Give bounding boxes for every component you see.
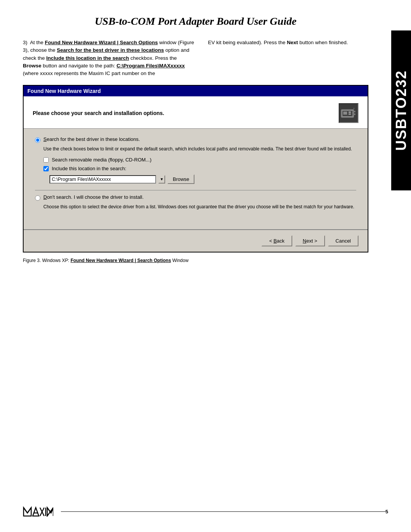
checkbox-include-location-row: Include this location in the search: [43,166,356,171]
path-dropdown-arrow[interactable]: ▼ [158,175,165,184]
svg-rect-4 [349,113,351,115]
second-option-area: Don't search. I will choose the driver t… [35,190,356,210]
path-input-field[interactable] [49,175,156,184]
maxim-logo-row: 5 [23,506,388,517]
radio-option-1: Search for the best driver in these loca… [35,136,356,143]
svg-line-9 [24,508,27,513]
checkbox-removable-media[interactable] [43,157,49,163]
wizard-header: Please choose your search and installati… [24,96,368,129]
path-input-row: ▼ Browse [49,174,356,184]
next-button[interactable]: Next > [295,235,325,246]
search-subtext: Use the check boxes below to limit or ex… [43,146,356,152]
radio-search-best[interactable] [35,137,40,143]
svg-rect-6 [352,113,355,115]
wizard-titlebar: Found New Hardware Wizard [24,86,368,96]
figure-caption: Figure 3. Windows XP: Found New Hardware… [23,258,368,263]
wizard-dialog: Found New Hardware Wizard Please choose … [23,85,368,252]
browse-button[interactable]: Browse [167,174,194,184]
checkbox-include-location[interactable] [43,166,49,171]
wizard-content: Search for the best driver in these loca… [24,129,368,229]
radio-option-2: Don't search. I will choose the driver t… [35,194,356,201]
svg-rect-5 [352,111,355,112]
footer-line [61,511,386,512]
intro-text-area: 3) At the Found New Hardware Wizard | Se… [23,39,368,77]
hardware-icon [339,104,358,122]
back-button[interactable]: < Back [261,235,292,246]
radio2-label: Don't search. I will choose the driver t… [43,194,143,200]
wizard-footer: < Back Next > Cancel [24,229,368,252]
radio-dont-search[interactable] [35,195,40,201]
wizard-header-text: Please choose your search and installati… [33,110,164,116]
page-title: USB-to-COM Port Adapter Board User Guide [23,15,368,27]
svg-marker-11 [33,508,39,516]
checkbox-removable-media-row: Search removable media (floppy, CD-ROM..… [43,157,356,163]
radio1-label: Search for the best driver in these loca… [43,136,140,142]
checkbox2-label: Include this location in the search: [52,166,126,171]
maxim-logo-svg [23,506,53,517]
right-text: EV kit being evaluated). Press the Next … [208,39,368,46]
wizard-icon [339,103,358,123]
spacer [35,210,356,225]
checkbox1-label: Search removable media (floppy, CD-ROM..… [52,157,151,163]
left-column: 3) At the Found New Hardware Wizard | Se… [23,39,197,77]
svg-line-17 [47,508,51,513]
page-number: 5 [386,509,388,514]
svg-line-10 [27,508,31,513]
sidebar-label: USBTO232 [391,30,411,190]
cancel-button[interactable]: Cancel [328,235,358,246]
svg-rect-3 [349,112,351,113]
svg-rect-2 [343,112,347,115]
step3-text: 3) At the Found New Hardware Wizard | Se… [23,39,197,77]
dont-search-subtext: Choose this option to select the device … [43,204,356,210]
footer-area: 5 [23,506,388,517]
right-column: EV kit being evaluated). Press the Next … [208,39,368,77]
maxim-logo [23,506,53,517]
wizard-body: Please choose your search and installati… [24,96,368,252]
